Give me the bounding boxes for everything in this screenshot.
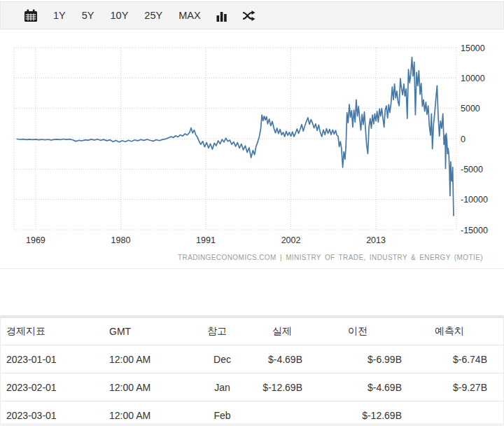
table-row[interactable]: 2023-02-0112:00 AMJan$-12.69B$-4.69B$-9.…: [1, 373, 504, 401]
cell-forecast: $-9.27B: [403, 373, 504, 401]
bar-chart-icon: [216, 10, 227, 22]
y-tick-label: 10000: [461, 74, 485, 83]
cell-actual: [252, 401, 312, 426]
cell-actual: $-4.69B: [252, 345, 312, 373]
cell-date: 2023-02-01: [1, 373, 104, 401]
cell-forecast: [403, 401, 504, 426]
y-tick-label: 0: [461, 135, 465, 144]
table-row[interactable]: 2023-03-0112:00 AMFeb$-12.69B: [1, 401, 504, 426]
col-header-reference: 참고: [182, 318, 252, 345]
cell-previous: $-4.69B: [312, 373, 403, 401]
y-tick-label: -15000: [461, 226, 488, 235]
col-header-gmt: GMT: [104, 318, 182, 345]
range-button-1y[interactable]: 1Y: [51, 8, 68, 22]
cell-previous: $-6.99B: [312, 345, 403, 373]
x-tick-label: 1980: [111, 235, 131, 245]
cell-date: 2023-01-01: [1, 345, 104, 373]
table-header-row: 경제지표GMT참고실제이전예측치: [1, 318, 504, 345]
col-header-actual: 실제: [252, 318, 312, 345]
range-button-5y[interactable]: 5Y: [80, 8, 97, 22]
range-button-10y[interactable]: 10Y: [108, 8, 131, 22]
cell-gmt: 12:00 AM: [104, 373, 182, 401]
compare-button[interactable]: [241, 8, 257, 23]
series-line: [17, 57, 454, 216]
shuffle-icon: [242, 10, 255, 22]
chart-type-button[interactable]: [215, 8, 229, 23]
cell-reference: Feb: [182, 401, 252, 426]
range-button-group: 1Y5Y10Y25YMAX: [51, 8, 215, 22]
y-tick-label: -5000: [461, 165, 483, 174]
calendar-button[interactable]: [22, 8, 39, 24]
cell-date: 2023-03-01: [1, 401, 104, 426]
line-chart[interactable]: 150001000050000-5000-10000-1500019691980…: [0, 31, 504, 269]
table-row[interactable]: 2023-01-0112:00 AMDec$-4.69B$-6.99B$-6.7…: [1, 345, 504, 373]
calendar-icon: [24, 9, 38, 22]
x-tick-label: 1991: [196, 235, 216, 245]
y-tick-label: 5000: [461, 104, 480, 114]
cell-gmt: 12:00 AM: [104, 401, 182, 426]
cell-forecast: $-6.74B: [403, 345, 504, 373]
y-tick-label: -10000: [461, 195, 488, 205]
chart-toolbar: 1Y5Y10Y25YMAX: [0, 1, 504, 29]
x-tick-label: 1969: [26, 235, 46, 245]
calendar-table: 경제지표GMT참고실제이전예측치 2023-01-0112:00 AMDec$-…: [1, 318, 504, 426]
y-tick-label: 15000: [461, 43, 485, 53]
page-background-strip: [0, 423, 504, 426]
chart-attribution: TRADINGECONOMICS.COM | MINISTRY OF TRADE…: [178, 254, 483, 261]
cell-actual: $-12.69B: [252, 373, 312, 401]
cell-reference: Jan: [182, 373, 252, 401]
cell-previous: $-12.69B: [312, 401, 403, 426]
cell-reference: Dec: [182, 345, 252, 373]
col-header-previous: 이전: [312, 318, 403, 345]
x-tick-label: 2013: [366, 235, 386, 245]
range-button-25y[interactable]: 25Y: [142, 8, 164, 22]
col-header-indicator: 경제지표: [1, 318, 104, 345]
range-button-max[interactable]: MAX: [176, 8, 202, 22]
economic-calendar-table: 경제지표GMT참고실제이전예측치 2023-01-0112:00 AMDec$-…: [0, 315, 504, 426]
col-header-forecast: 예측치: [403, 318, 504, 345]
chart-panel: 150001000050000-5000-10000-1500019691980…: [0, 31, 504, 269]
x-tick-label: 2002: [281, 235, 301, 245]
cell-gmt: 12:00 AM: [104, 345, 182, 373]
